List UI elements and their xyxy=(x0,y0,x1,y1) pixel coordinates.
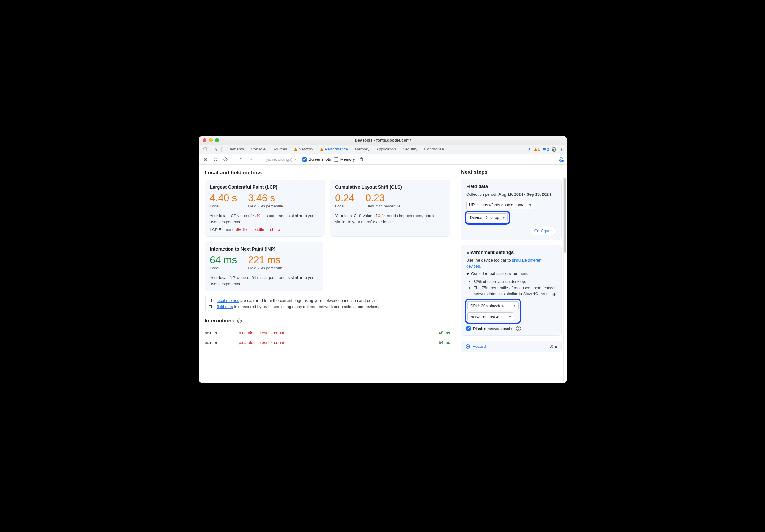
memory-checkbox[interactable]: Memory xyxy=(334,157,355,162)
lcp-local-label: Local xyxy=(210,204,237,208)
messages-count-value: 2 xyxy=(547,147,549,152)
zoom-window-button[interactable] xyxy=(215,138,219,142)
vertical-scrollbar[interactable] xyxy=(563,177,567,384)
tab-label: Network xyxy=(299,144,314,154)
svg-point-8 xyxy=(205,158,206,160)
screenshots-checkbox[interactable]: Screenshots xyxy=(302,157,331,162)
device-select[interactable]: Device: Desktop xyxy=(467,213,508,222)
interaction-selector: p.catalog__results-count xyxy=(239,330,428,335)
tab-security[interactable]: Security xyxy=(399,145,420,154)
minimize-window-button[interactable] xyxy=(209,138,213,142)
messages-count[interactable]: 2 xyxy=(542,147,549,152)
main-heading: Local and field metrics xyxy=(205,170,450,176)
field-data-title: Field data xyxy=(466,184,556,189)
local-metrics-link[interactable]: local metrics xyxy=(217,298,239,303)
url-select[interactable]: URL: https://fonts.google.com/ xyxy=(466,201,534,209)
warnings-count[interactable]: 1 xyxy=(534,147,540,152)
network-throttling-select[interactable]: Network: Fast 4G xyxy=(467,313,514,321)
cls-title: Cumulative Layout Shift (CLS) xyxy=(335,184,445,189)
record-dot-icon xyxy=(465,344,470,349)
garbage-collect-icon[interactable] xyxy=(358,156,365,163)
recordings-dropdown[interactable]: (no recordings) xyxy=(264,157,299,162)
cls-description: Your local CLS value of 0.24 needs impro… xyxy=(335,213,445,225)
inp-description: Your local INP value of 64 ms is good, a… xyxy=(210,275,318,287)
more-tabs-icon[interactable] xyxy=(525,145,533,153)
scrollbar-thumb[interactable] xyxy=(564,178,566,253)
lcp-element[interactable]: LCP Element div.tile__text.tile__roboto xyxy=(210,227,320,232)
tab-label: Lighthouse xyxy=(424,144,444,154)
kebab-menu-icon[interactable] xyxy=(559,147,564,152)
download-icon[interactable] xyxy=(248,156,255,163)
screenshots-checkbox-input[interactable] xyxy=(302,157,307,162)
window-title: DevTools - fonts.google.com/ xyxy=(199,138,567,142)
chevron-down-icon xyxy=(502,217,505,219)
consider-environments-summary[interactable]: Consider real user environments xyxy=(466,269,556,278)
screenshots-checkbox-label: Screenshots xyxy=(309,157,331,162)
lcp-card: Largest Contentful Paint (LCP) 4.40 s Lo… xyxy=(205,179,325,237)
chevron-down-icon xyxy=(529,204,531,206)
inspect-element-icon[interactable] xyxy=(202,145,210,153)
tab-elements[interactable]: Elements xyxy=(224,145,247,154)
memory-checkbox-label: Memory xyxy=(340,157,355,162)
tab-label: Security xyxy=(402,144,417,154)
interaction-kind: pointer xyxy=(205,330,239,335)
cpu-throttling-select[interactable]: CPU: 20× slowdown xyxy=(467,301,518,310)
svg-point-6 xyxy=(561,150,562,151)
consider-environments-details[interactable]: Consider real user environments 82% of u… xyxy=(466,269,556,297)
metrics-note: The local metrics are captured from the … xyxy=(205,296,450,311)
interaction-selector: p.catalog__results-count xyxy=(239,340,428,345)
collection-period: Collection period: Aug 19, 2024 - Sep 15… xyxy=(466,191,556,197)
help-icon[interactable]: ? xyxy=(516,326,521,331)
cls-field-value: 0.23 xyxy=(366,193,400,203)
throttling-highlight: CPU: 20× slowdown Network: Fast 4G xyxy=(466,300,520,322)
main-pane: Local and field metrics Largest Contentf… xyxy=(199,165,456,384)
environment-settings-panel: Environment settings Use the device tool… xyxy=(461,245,562,336)
lcp-description: Your local LCP value of 4.40 s is poor, … xyxy=(210,213,320,225)
upload-icon[interactable] xyxy=(238,156,245,163)
tab-label: Application xyxy=(376,144,396,154)
next-steps-heading: Next steps xyxy=(461,169,562,175)
settings-icon[interactable] xyxy=(551,147,557,152)
reload-icon[interactable] xyxy=(212,156,219,163)
tab-application[interactable]: Application xyxy=(373,145,399,154)
interaction-row[interactable]: pointerp.catalog__results-count64 ms xyxy=(205,338,450,348)
clear-icon[interactable] xyxy=(222,156,229,163)
clear-interactions-icon[interactable] xyxy=(237,318,243,324)
lcp-element-selector: div.tile__text.tile__roboto xyxy=(236,227,280,232)
tab-network[interactable]: Network xyxy=(291,145,317,154)
device-toolbar-icon[interactable] xyxy=(211,145,219,153)
memory-checkbox-input[interactable] xyxy=(334,157,339,162)
chevron-down-icon xyxy=(513,305,516,307)
record-shortcut: ⌘ E xyxy=(549,344,557,349)
interaction-duration: 64 ms xyxy=(428,340,450,345)
performance-toolbar: (no recordings) Screenshots Memory xyxy=(199,154,567,165)
inp-field-label: Field 75th percentile xyxy=(248,266,283,270)
close-window-button[interactable] xyxy=(203,138,207,142)
warnings-count-value: 1 xyxy=(538,147,540,152)
interaction-kind: pointer xyxy=(205,340,239,345)
tab-sources[interactable]: Sources xyxy=(269,145,291,154)
svg-line-10 xyxy=(224,158,227,161)
tab-memory[interactable]: Memory xyxy=(352,145,373,154)
svg-point-11 xyxy=(560,158,561,160)
tab-performance[interactable]: Performance xyxy=(317,145,351,154)
disable-cache-checkbox-input[interactable] xyxy=(466,326,470,331)
record-panel: Record ⌘ E xyxy=(461,341,562,352)
tab-console[interactable]: Console xyxy=(248,145,269,154)
tab-lighthouse[interactable]: Lighthouse xyxy=(421,145,447,154)
record-button[interactable]: Record xyxy=(465,344,486,349)
device-select-highlight: Device: Desktop xyxy=(466,212,509,223)
recordings-placeholder: (no recordings) xyxy=(265,157,292,162)
disable-cache-checkbox[interactable]: Disable network cache ? xyxy=(466,326,556,331)
configure-button[interactable]: Configure xyxy=(530,227,556,235)
svg-point-5 xyxy=(561,149,562,150)
inp-field-value: 221 ms xyxy=(248,255,283,265)
lcp-field-label: Field 75th percentile xyxy=(248,204,283,208)
capture-settings-icon[interactable] xyxy=(558,157,563,162)
chevron-down-icon xyxy=(509,316,511,318)
lcp-local-value: 4.40 s xyxy=(210,193,237,203)
record-icon[interactable] xyxy=(202,156,209,163)
interaction-row[interactable]: pointerp.catalog__results-count48 ms xyxy=(205,328,450,338)
svg-point-3 xyxy=(553,148,554,150)
field-data-link[interactable]: field data xyxy=(217,304,233,309)
